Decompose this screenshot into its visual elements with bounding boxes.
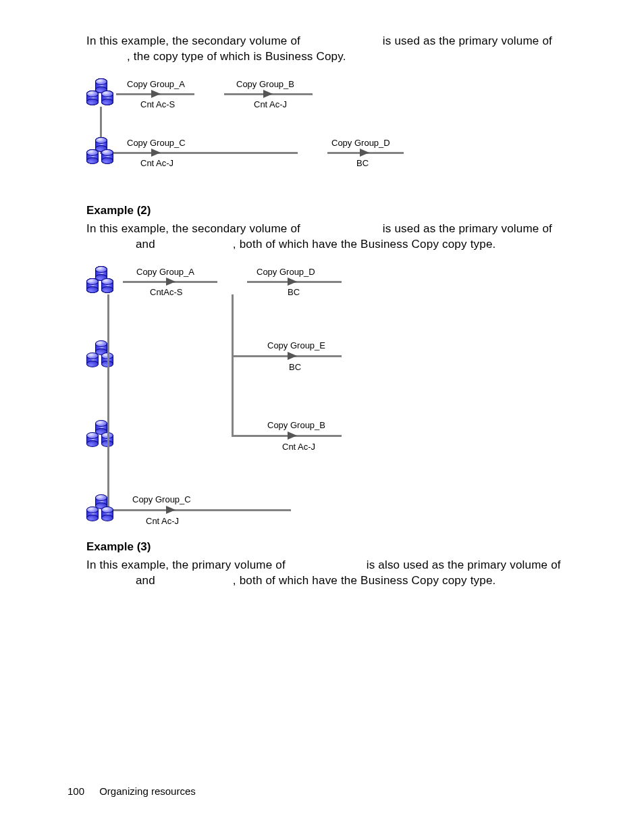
connector bbox=[107, 294, 109, 511]
text: , the copy type of which is Business Cop… bbox=[127, 50, 346, 63]
connector bbox=[232, 435, 342, 437]
text: , both of which have the Business Copy c… bbox=[233, 574, 496, 587]
label-cnt-ac-j: Cnt Ac-J bbox=[282, 442, 315, 452]
ex3-paragraph: In this example, the primary volume of i… bbox=[86, 558, 563, 589]
text: is also used as the primary volume of bbox=[363, 558, 561, 571]
arrow-icon bbox=[288, 278, 297, 286]
label-cnt-ac-s: CntAc-S bbox=[150, 287, 182, 297]
ex2-paragraph: In this example, the secondary volume of… bbox=[86, 221, 563, 253]
label-cnt-ac-j: Cnt Ac-J bbox=[254, 99, 287, 109]
label-cnt-ac-j: Cnt Ac-J bbox=[146, 516, 179, 526]
label-copy-group-e: Copy Group_E bbox=[267, 340, 325, 350]
label-cnt-ac-j: Cnt Ac-J bbox=[140, 158, 173, 168]
storage-cluster-icon bbox=[86, 82, 116, 107]
arrow-icon bbox=[151, 90, 161, 98]
storage-cluster-icon bbox=[86, 270, 116, 294]
label-copy-group-a: Copy Group_A bbox=[127, 79, 185, 89]
storage-cluster-icon bbox=[86, 141, 116, 165]
storage-cluster-icon bbox=[86, 424, 116, 448]
label-copy-group-d: Copy Group_D bbox=[331, 138, 390, 148]
diagram-ex2: Copy Group_A CntAc-S Copy Group_D BC Cop… bbox=[86, 265, 451, 535]
text: In this example, the secondary volume of bbox=[86, 222, 304, 235]
storage-cluster-icon bbox=[86, 498, 116, 523]
arrow-icon bbox=[288, 432, 297, 440]
storage-cluster-icon bbox=[86, 344, 116, 369]
arrow-icon bbox=[166, 506, 176, 514]
section-title: Organizing resources bbox=[99, 785, 196, 797]
page: In this example, the secondary volume of… bbox=[0, 0, 644, 834]
text: In this example, the secondary volume of bbox=[86, 34, 304, 47]
arrow-icon bbox=[360, 149, 369, 157]
label-copy-group-c: Copy Group_C bbox=[132, 494, 191, 504]
page-footer: 100 Organizing resources bbox=[68, 785, 196, 797]
label-cnt-ac-s: Cnt Ac-S bbox=[140, 99, 175, 109]
arrow-icon bbox=[166, 278, 176, 286]
arrow-icon bbox=[151, 149, 161, 157]
page-number: 100 bbox=[68, 785, 84, 797]
connector bbox=[232, 355, 342, 357]
label-copy-group-a: Copy Group_A bbox=[136, 267, 194, 277]
text: and bbox=[132, 238, 159, 251]
heading-example-2: Example (2) bbox=[86, 204, 644, 217]
label-bc: BC bbox=[289, 362, 301, 372]
connector bbox=[100, 152, 298, 154]
label-copy-group-b: Copy Group_B bbox=[236, 79, 294, 89]
text: is used as the primary volume of bbox=[379, 34, 552, 47]
label-copy-group-b: Copy Group_B bbox=[267, 420, 325, 430]
diagram-ex1: Copy Group_A Cnt Ac-S Copy Group_B Cnt A… bbox=[86, 77, 451, 185]
connector bbox=[107, 509, 291, 511]
arrow-icon bbox=[263, 90, 273, 98]
heading-example-3: Example (3) bbox=[86, 540, 644, 554]
text: and bbox=[132, 574, 159, 587]
text: , both of which have the Business Copy c… bbox=[233, 238, 496, 251]
label-bc: BC bbox=[356, 158, 369, 168]
text: In this example, the primary volume of bbox=[86, 558, 289, 571]
label-copy-group-c: Copy Group_C bbox=[127, 138, 186, 148]
label-bc: BC bbox=[288, 287, 300, 297]
arrow-icon bbox=[288, 352, 297, 360]
text: is used as the primary volume of bbox=[379, 222, 552, 235]
label-copy-group-d: Copy Group_D bbox=[257, 267, 315, 277]
connector bbox=[232, 294, 234, 436]
ex1-paragraph: In this example, the secondary volume of… bbox=[86, 34, 563, 65]
